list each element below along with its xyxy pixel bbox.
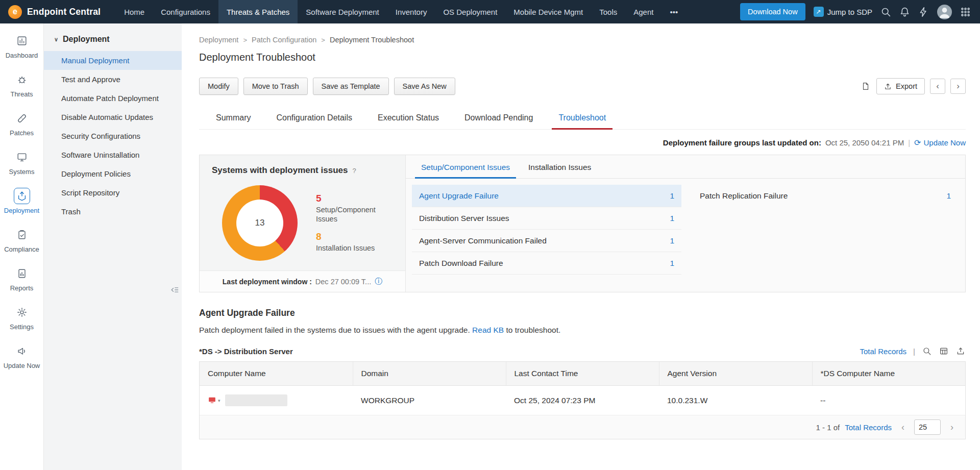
sidebar-item-script-repository[interactable]: Script Repository: [44, 183, 182, 202]
issue-agent-server-communication-failed[interactable]: Agent-Server Communication Failed 1: [412, 230, 681, 252]
search-icon[interactable]: [880, 7, 891, 17]
table-row[interactable]: ▾ WORKGROUP Oct 25, 2024 07:23 PM 10.0.2…: [200, 386, 965, 415]
deploy-icon: [14, 188, 30, 204]
tab-configuration-details[interactable]: Configuration Details: [263, 107, 365, 129]
donut-total-label: 13: [222, 185, 298, 261]
sidebar-item-disable-automatic-updates[interactable]: Disable Automatic Updates: [44, 108, 182, 127]
breadcrumb-separator: >: [321, 36, 325, 44]
export-button[interactable]: Export: [876, 78, 925, 94]
issues-donut-row: 13 5 Setup/Component Issues 8 Installati…: [200, 176, 405, 270]
col-computer-name[interactable]: Computer Name: [200, 362, 353, 386]
read-kb-link[interactable]: Read KB: [472, 326, 504, 334]
issue-distribution-server-issues[interactable]: Distribution Server Issues 1: [412, 207, 681, 230]
primary-nav: Home Configurations Threats & Patches So…: [116, 0, 686, 23]
computer-name-cell[interactable]: ▾: [208, 394, 345, 406]
nav-mobile-device-mgmt[interactable]: Mobile Device Mgmt: [505, 0, 591, 23]
sidebar-item-test-and-approve[interactable]: Test and Approve: [44, 70, 182, 89]
dropdown-caret-icon[interactable]: ▾: [218, 398, 220, 403]
rail-item-settings[interactable]: Settings: [0, 298, 43, 337]
sidebar-item-software-uninstallation[interactable]: Software Uninstallation: [44, 145, 182, 164]
column-chooser-icon[interactable]: [939, 346, 949, 356]
next-config-button[interactable]: ›: [950, 79, 966, 94]
sidebar-item-automate-patch-deployment[interactable]: Automate Patch Deployment: [44, 89, 182, 108]
nav-software-deployment[interactable]: Software Deployment: [298, 0, 387, 23]
nav-inventory[interactable]: Inventory: [387, 0, 435, 23]
rail-item-compliance[interactable]: Compliance: [0, 220, 43, 259]
save-as-new-button[interactable]: Save As New: [394, 78, 455, 95]
ds-computer-cell: --: [812, 386, 965, 415]
col-domain[interactable]: Domain: [353, 362, 506, 386]
ds-abbreviation-note: *DS -> Distribution Server: [199, 347, 293, 356]
nav-home[interactable]: Home: [116, 0, 153, 23]
nav-agent[interactable]: Agent: [625, 0, 662, 23]
page-size-input[interactable]: [914, 419, 941, 435]
app-logo[interactable]: e Endpoint Central: [0, 0, 116, 23]
nav-more-icon[interactable]: •••: [662, 0, 686, 23]
col-last-contact-time[interactable]: Last Contact Time: [506, 362, 659, 386]
breadcrumb-patch-configuration[interactable]: Patch Configuration: [252, 36, 316, 44]
rail-item-patches[interactable]: Patches: [0, 104, 43, 143]
breadcrumb: Deployment > Patch Configuration > Deplo…: [199, 36, 966, 44]
table-search-icon[interactable]: [922, 346, 932, 356]
sidebar-item-manual-deployment[interactable]: Manual Deployment: [44, 51, 182, 70]
modify-button[interactable]: Modify: [199, 78, 238, 95]
jump-to-sdp-label: Jump to SDP: [827, 8, 872, 16]
sidebar-item-deployment-policies[interactable]: Deployment Policies: [44, 164, 182, 183]
breadcrumb-deployment[interactable]: Deployment: [199, 36, 238, 44]
rail-item-systems[interactable]: Systems: [0, 143, 43, 182]
sidebar-section-header[interactable]: ∨ Deployment: [44, 35, 182, 51]
rail-item-threats[interactable]: Threats: [0, 65, 43, 104]
export-table-icon[interactable]: [955, 346, 966, 356]
previous-config-button[interactable]: ‹: [930, 79, 945, 94]
breadcrumb-separator: >: [243, 36, 247, 44]
sidebar-item-security-configurations[interactable]: Security Configurations: [44, 127, 182, 145]
failure-group-description: Patch deployment failed in the systems d…: [199, 326, 966, 335]
issue-group-list-primary: Agent Upgrade Failure 1 Distribution Ser…: [412, 185, 681, 292]
document-icon[interactable]: [860, 81, 871, 92]
info-icon[interactable]: ⓘ: [375, 277, 382, 286]
apps-grid-icon[interactable]: [960, 7, 971, 17]
tab-installation-issues[interactable]: Installation Issues: [519, 155, 600, 178]
issue-patch-replication-failure[interactable]: Patch Replication Failure 1: [697, 185, 951, 207]
nav-configurations[interactable]: Configurations: [153, 0, 218, 23]
tab-summary[interactable]: Summary: [203, 107, 263, 129]
notifications-bell-icon[interactable]: [899, 7, 910, 17]
rail-item-dashboard[interactable]: Dashboard: [0, 27, 43, 65]
col-agent-version[interactable]: Agent Version: [659, 362, 812, 386]
save-as-template-button[interactable]: Save as Template: [313, 78, 389, 95]
issues-panel-title: Systems with deployment issues ?: [200, 155, 405, 176]
tab-troubleshoot[interactable]: Troubleshoot: [546, 107, 619, 129]
help-icon[interactable]: ?: [352, 167, 356, 175]
total-records-link[interactable]: Total Records: [860, 347, 906, 356]
jump-to-sdp-link[interactable]: ↗ Jump to SDP: [814, 7, 872, 17]
tab-download-pending[interactable]: Download Pending: [452, 107, 546, 129]
chevron-down-icon: ∨: [54, 36, 58, 43]
update-now-link[interactable]: ⟳ Update Now: [914, 138, 966, 147]
pagination-total-records-link[interactable]: Total Records: [845, 423, 892, 432]
move-to-trash-button[interactable]: Move to Trash: [243, 78, 308, 95]
deployment-sidebar: ∨ Deployment Manual Deployment Test and …: [44, 23, 182, 470]
rail-item-deployment[interactable]: Deployment: [0, 182, 43, 220]
pagination-prev-icon[interactable]: ‹: [897, 420, 909, 434]
agent-version-cell: 10.0.231.W: [659, 386, 812, 415]
nav-threats-and-patches[interactable]: Threats & Patches: [218, 0, 298, 23]
col-ds-computer-name[interactable]: *DS Computer Name: [812, 362, 965, 386]
issue-category-tabs: Setup/Component Issues Installation Issu…: [406, 155, 965, 179]
refresh-icon: ⟳: [914, 138, 921, 147]
user-avatar[interactable]: [937, 5, 952, 19]
sidebar-collapse-icon[interactable]: [169, 285, 180, 295]
tab-setup-component-issues[interactable]: Setup/Component Issues: [412, 155, 519, 178]
whats-new-bolt-icon[interactable]: [918, 7, 929, 17]
issue-count-badge: 1: [946, 191, 951, 201]
nav-tools[interactable]: Tools: [591, 0, 625, 23]
download-now-button[interactable]: Download Now: [740, 3, 805, 20]
deployment-issues-donut[interactable]: 13: [222, 185, 298, 261]
pagination-next-icon[interactable]: ›: [946, 420, 958, 434]
rail-item-reports[interactable]: Reports: [0, 259, 43, 298]
rail-item-update-now[interactable]: Update Now: [0, 337, 43, 376]
tab-execution-status[interactable]: Execution Status: [365, 107, 452, 129]
sidebar-item-trash[interactable]: Trash: [44, 202, 182, 221]
nav-os-deployment[interactable]: OS Deployment: [435, 0, 505, 23]
issue-patch-download-failure[interactable]: Patch Download Failure 1: [412, 252, 681, 275]
issue-agent-upgrade-failure[interactable]: Agent Upgrade Failure 1: [412, 185, 681, 207]
